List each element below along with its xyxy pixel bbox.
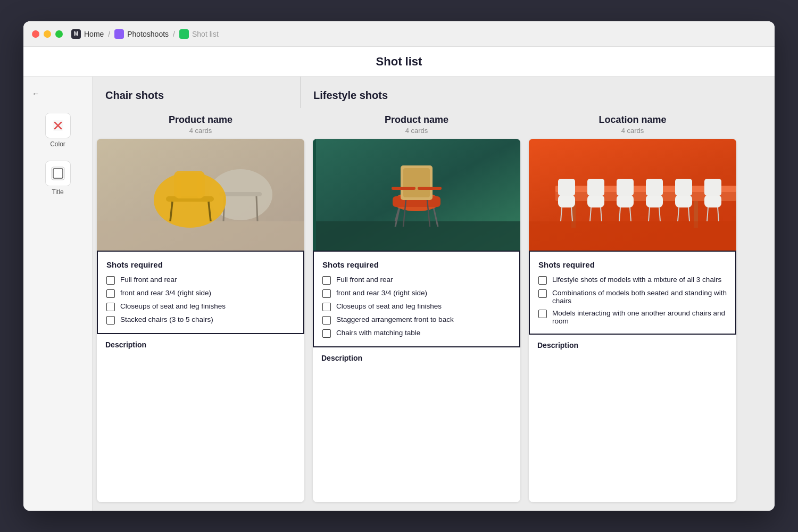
card-3-shots-title: Shots required [538, 260, 727, 269]
checkbox[interactable] [106, 276, 115, 285]
card-group-2-header: Product name 4 cards [313, 108, 520, 139]
sidebar: ← Color Tit [23, 77, 93, 511]
checkbox[interactable] [538, 289, 547, 298]
svg-line-10 [256, 196, 257, 221]
card-3-description: Description [529, 335, 736, 356]
card-3-body: Shots required Lifestyle shots of models… [529, 251, 736, 335]
breadcrumb-home[interactable]: M Home [71, 29, 104, 39]
svg-rect-52 [646, 179, 663, 196]
titlebar: M Home / Photoshoots / Shot list [23, 21, 775, 47]
card-1-shots-title: Shots required [106, 260, 295, 269]
sidebar-tool-title[interactable]: Title [37, 156, 79, 200]
checkbox[interactable] [106, 289, 115, 298]
svg-rect-48 [617, 179, 634, 196]
checkbox[interactable] [322, 276, 331, 285]
checklist-item: Models interacting with one another arou… [538, 309, 727, 325]
card-3-image [529, 139, 736, 251]
svg-rect-56 [675, 179, 692, 196]
page-titlebar: Shot list [23, 47, 775, 77]
page-title: Shot list [376, 55, 422, 69]
minimize-button[interactable] [44, 30, 51, 38]
svg-rect-57 [704, 195, 721, 207]
checklist-item: Chairs with matching table [322, 329, 511, 338]
section-lifestyle: Lifestyle shots [300, 77, 513, 108]
card-group-3-header: Location name 4 cards [529, 108, 736, 139]
checklist-item: front and rear 3/4 (right side) [106, 289, 295, 298]
title-tool-label: Title [52, 188, 63, 196]
checkbox[interactable] [538, 310, 547, 318]
svg-rect-49 [646, 195, 663, 207]
checkbox[interactable] [538, 276, 547, 285]
svg-rect-28 [392, 187, 415, 190]
section-headers: Chair shots Lifestyle shots [93, 77, 775, 108]
card-group-3-name: Location name [529, 114, 736, 126]
main-inner: Chair shots Lifestyle shots Product name… [93, 77, 775, 511]
card-1: Shots required Full front and rear front… [97, 139, 304, 502]
back-button[interactable]: ← [23, 85, 92, 102]
card-group-1: Product name 4 cards [97, 108, 304, 502]
card-2-checklist: Full front and rear front and rear 3/4 (… [322, 276, 511, 338]
card-1-description: Description [97, 334, 304, 355]
photoshoots-icon [114, 29, 124, 39]
card-group-1-header: Product name 4 cards [97, 108, 304, 139]
card-group-2-name: Product name [313, 114, 520, 126]
svg-rect-20 [313, 139, 316, 251]
home-icon: M [71, 29, 81, 39]
card-1-body: Shots required Full front and rear front… [97, 251, 304, 334]
cards-row: Product name 4 cards [93, 108, 775, 511]
checkbox[interactable] [322, 329, 331, 338]
svg-rect-61 [529, 221, 736, 251]
back-arrow-icon: ← [32, 89, 39, 98]
svg-rect-44 [587, 179, 604, 196]
checkbox[interactable] [106, 316, 115, 325]
checkbox[interactable] [322, 303, 331, 311]
svg-rect-41 [587, 195, 604, 207]
breadcrumb-sep-2: / [173, 30, 175, 38]
card-group-2-count: 4 cards [313, 127, 520, 135]
breadcrumb: M Home / Photoshoots / Shot list [71, 29, 219, 39]
traffic-lights [32, 30, 63, 38]
main-scroll-area[interactable]: Chair shots Lifestyle shots Product name… [93, 77, 775, 511]
checkbox[interactable] [322, 289, 331, 298]
checklist-item: Full front and rear [322, 276, 511, 285]
svg-rect-60 [704, 179, 721, 196]
card-3-checklist: Lifestyle shots of models with a mixture… [538, 276, 727, 325]
checklist-item: Closeups of seat and leg finishes [322, 302, 511, 311]
section-chair-shots: Chair shots [93, 77, 300, 108]
checklist-item: Full front and rear [106, 276, 295, 285]
fullscreen-button[interactable] [55, 30, 63, 38]
checklist-item: Staggered arrangement front to back [322, 315, 511, 325]
checkbox[interactable] [106, 303, 115, 311]
breadcrumb-shotlist[interactable]: Shot list [179, 29, 219, 39]
checkbox[interactable] [322, 316, 331, 325]
svg-rect-19 [313, 221, 520, 251]
svg-rect-17 [174, 171, 205, 198]
checklist-item: Closeups of seat and leg finishes [106, 302, 295, 311]
card-3: Shots required Lifestyle shots of models… [529, 139, 736, 502]
close-button[interactable] [32, 30, 39, 38]
card-group-3: Location name 4 cards [529, 108, 736, 502]
card-group-1-count: 4 cards [97, 127, 304, 135]
checklist-item: Stacked chairs (3 to 5 chairs) [106, 315, 295, 325]
svg-rect-29 [418, 187, 442, 190]
app-window: M Home / Photoshoots / Shot list Shot li… [23, 21, 775, 511]
card-group-1-name: Product name [97, 114, 304, 126]
card-2-image [313, 139, 520, 251]
color-tool-icon [45, 113, 71, 138]
svg-rect-40 [558, 179, 575, 196]
card-2-shots-title: Shots required [322, 260, 511, 269]
shotlist-icon [179, 29, 189, 39]
card-1-image [97, 139, 304, 251]
content-area: ← Color Tit [23, 77, 775, 511]
color-tool-label: Color [50, 140, 65, 148]
checklist-item: Lifestyle shots of models with a mixture… [538, 276, 727, 285]
card-2-description: Description [313, 347, 520, 369]
svg-rect-45 [617, 195, 634, 207]
breadcrumb-photoshoots[interactable]: Photoshoots [114, 29, 169, 39]
sidebar-tool-color[interactable]: Color [37, 109, 79, 152]
checklist-item: front and rear 3/4 (right side) [322, 289, 511, 298]
svg-rect-37 [558, 195, 575, 207]
card-1-checklist: Full front and rear front and rear 3/4 (… [106, 276, 295, 325]
card-2-body: Shots required Full front and rear front… [313, 251, 520, 347]
breadcrumb-sep-1: / [108, 30, 110, 38]
